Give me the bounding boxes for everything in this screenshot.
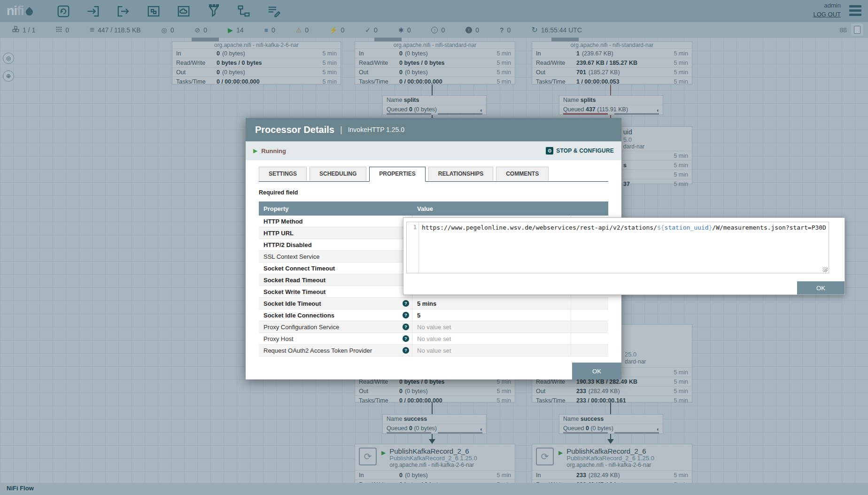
dialog-ok-button[interactable]: OK	[572, 363, 621, 379]
dialog-header: Processor Details | InvokeHTTP 1.25.0	[246, 118, 621, 141]
table-row: Proxy Host?No value set	[259, 333, 608, 345]
tab-scheduling[interactable]: SCHEDULING	[310, 167, 366, 181]
property-column-header: Property	[259, 201, 412, 216]
dialog-subtitle: InvokeHTTP 1.25.0	[348, 126, 404, 133]
value-editor[interactable]: 1 https://www.pegelonline.wsv.de/webserv…	[406, 222, 829, 273]
expression-variable: station_uuid	[665, 224, 709, 231]
table-row: Proxy Configuration Service?No value set	[259, 321, 608, 333]
running-label: Running	[261, 147, 286, 155]
tab-settings[interactable]: SETTINGS	[259, 167, 307, 181]
properties-table-header: Property Value	[259, 201, 608, 216]
dialog-status-bar: ▶ Running ⚙ STOP & CONFIGURE	[246, 141, 621, 160]
line-number-gutter: 1	[407, 222, 419, 273]
value-editor-text[interactable]: https://www.pegelonline.wsv.de/webservic…	[419, 222, 826, 273]
dialog-title: Processor Details	[255, 124, 334, 135]
required-field-hint: Required field	[259, 189, 608, 196]
value-column-header: Value	[412, 201, 571, 216]
tab-properties[interactable]: PROPERTIES	[369, 167, 425, 182]
help-icon[interactable]: ?	[403, 324, 409, 330]
help-icon[interactable]: ?	[403, 312, 409, 318]
dialog-tabs: SETTINGS SCHEDULING PROPERTIES RELATIONS…	[259, 167, 608, 182]
table-row: Request OAuth2 Access Token Provider?No …	[259, 345, 608, 356]
value-editor-popup: 1 https://www.pegelonline.wsv.de/webserv…	[403, 217, 845, 295]
running-icon: ▶	[253, 147, 257, 154]
help-icon[interactable]: ?	[403, 300, 409, 307]
resize-handle[interactable]	[822, 267, 828, 272]
tab-comments[interactable]: COMMENTS	[496, 167, 549, 181]
help-icon[interactable]: ?	[403, 347, 409, 354]
table-row: Socket Idle Connections?5	[259, 309, 608, 321]
gear-icon: ⚙	[546, 147, 553, 155]
help-icon[interactable]: ?	[403, 335, 409, 342]
stop-and-configure-button[interactable]: ⚙ STOP & CONFIGURE	[546, 147, 614, 155]
table-row: Socket Idle Timeout?5 mins	[259, 298, 608, 309]
tab-relationships[interactable]: RELATIONSHIPS	[428, 167, 493, 181]
editor-ok-button[interactable]: OK	[797, 281, 845, 294]
